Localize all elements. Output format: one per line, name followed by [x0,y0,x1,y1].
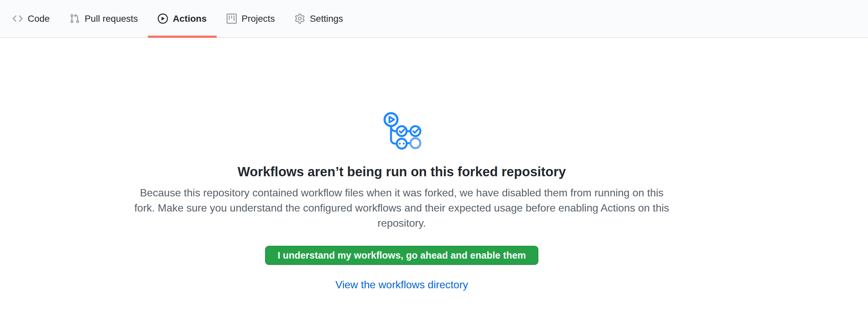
tab-settings[interactable]: Settings [285,0,353,37]
tab-code[interactable]: Code [3,0,60,37]
actions-workflow-illustration-icon [382,110,422,150]
project-icon [226,13,237,24]
gear-icon [295,13,305,24]
actions-blankslate: Workflows aren’t being run on this forke… [0,38,803,291]
play-icon [158,13,168,24]
tab-pull-requests[interactable]: Pull requests [60,0,148,37]
tab-settings-label: Settings [310,14,343,23]
tab-code-label: Code [28,14,50,23]
tab-projects-label: Projects [242,14,275,23]
enable-workflows-button[interactable]: I understand my workflows, go ahead and … [265,246,538,265]
code-icon [12,13,23,24]
page-title: Workflows aren’t being run on this forke… [238,163,566,180]
repo-tab-bar: Code Pull requests Actions Projects Sett… [0,0,868,38]
tab-pull-requests-label: Pull requests [85,14,138,23]
view-workflows-directory-link[interactable]: View the workflows directory [335,279,468,291]
blankslate-description: Because this repository contained workfl… [132,185,672,230]
tab-actions[interactable]: Actions [148,0,217,37]
tab-projects[interactable]: Projects [217,0,285,37]
tab-actions-label: Actions [173,14,207,23]
git-pull-request-icon [69,13,80,24]
